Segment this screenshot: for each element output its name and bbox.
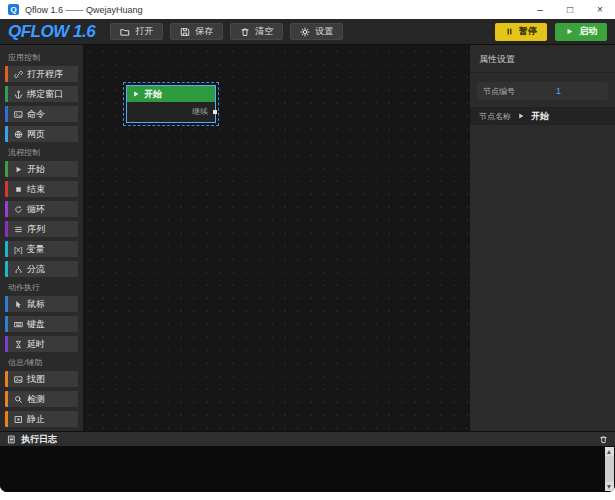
play-icon xyxy=(132,90,140,98)
qflow-logo: QFLOW 1.6 xyxy=(8,22,95,42)
pause-icon xyxy=(505,27,514,36)
save-icon xyxy=(180,27,190,37)
anchor-icon xyxy=(14,90,23,99)
sidebar-item-branch[interactable]: 分流 xyxy=(5,261,78,277)
sidebar-item-command[interactable]: 命令 xyxy=(5,106,78,122)
scroll-up-icon[interactable] xyxy=(605,447,614,456)
sidebar-item-sequence-label: 序列 xyxy=(27,223,45,236)
log-scrollbar[interactable] xyxy=(605,447,614,491)
app-logo-icon: Q xyxy=(8,4,19,15)
maximize-button[interactable]: □ xyxy=(555,0,585,19)
node-name-value[interactable]: 开始 xyxy=(531,110,549,123)
sidebar-item-still-label: 静止 xyxy=(27,413,45,426)
sidebar-item-branch-label: 分流 xyxy=(27,263,45,276)
sidebar-item-keyboard[interactable]: 键盘 xyxy=(5,316,78,332)
keyboard-icon xyxy=(14,320,23,329)
minimize-button[interactable]: – xyxy=(525,0,555,19)
flow-canvas[interactable]: 开始 继续 xyxy=(84,45,469,431)
clear-log-button[interactable] xyxy=(599,435,608,444)
sidebar-item-bind-window[interactable]: 绑定窗口 xyxy=(5,86,78,102)
section-title-action-exec: 动作执行 xyxy=(8,282,75,293)
sidebar-item-find-image-label: 找图 xyxy=(27,373,45,386)
clear-button-label: 清空 xyxy=(255,25,273,38)
terminal-icon xyxy=(14,110,23,119)
log-output-area[interactable] xyxy=(0,446,615,492)
start-node-header[interactable]: 开始 xyxy=(127,86,215,102)
sidebar-item-variable[interactable]: [x]变量 xyxy=(5,241,78,257)
sidebar-item-start[interactable]: 开始 xyxy=(5,161,78,177)
sidebar-item-delay[interactable]: 延时 xyxy=(5,336,78,352)
sidebar-item-webpage[interactable]: 网页 xyxy=(5,126,78,142)
sidebar-item-detect[interactable]: 检测 xyxy=(5,391,78,407)
log-title: 执行日志 xyxy=(21,433,57,446)
app-window: QFLOW 1.6 打开保存清空设置 暂停启动 应用控制打开程序绑定窗口命令网页… xyxy=(0,19,615,492)
properties-title: 属性设置 xyxy=(470,45,615,73)
toolbar: QFLOW 1.6 打开保存清空设置 暂停启动 xyxy=(0,19,615,45)
section-title-info-misc: 信息/辅助 xyxy=(8,357,75,368)
settings-button-label: 设置 xyxy=(315,25,333,38)
node-output-port[interactable] xyxy=(213,110,217,114)
sidebar-item-open-program-label: 打开程序 xyxy=(27,68,63,81)
save-button[interactable]: 保存 xyxy=(170,23,223,40)
sidebar-item-start-label: 开始 xyxy=(27,163,45,176)
section-title-flow-control: 流程控制 xyxy=(8,147,75,158)
sidebar-item-loop-label: 循环 xyxy=(27,203,45,216)
link-icon xyxy=(14,70,23,79)
stop-icon xyxy=(14,185,23,194)
sidebar-item-delay-label: 延时 xyxy=(27,338,45,351)
node-id-value[interactable]: 1 xyxy=(515,86,602,96)
open-folder-icon xyxy=(120,27,130,37)
list-icon xyxy=(14,225,23,234)
sidebar-item-webpage-label: 网页 xyxy=(27,128,45,141)
section-title-app-control: 应用控制 xyxy=(8,52,75,63)
node-name-row: 节点名称 开始 xyxy=(470,107,615,125)
sidebar-item-command-label: 命令 xyxy=(27,108,45,121)
sidebar-item-mouse-label: 鼠标 xyxy=(27,298,45,311)
sidebar-item-bind-window-label: 绑定窗口 xyxy=(27,88,63,101)
sidebar-item-still[interactable]: 静止 xyxy=(5,411,78,427)
pause-button[interactable]: 暂停 xyxy=(495,23,547,41)
magnifier-icon xyxy=(14,395,23,404)
window-controls: –□× xyxy=(525,0,615,19)
start-node-title: 开始 xyxy=(144,88,162,101)
start-node-body[interactable]: 继续 xyxy=(127,102,215,122)
still-icon xyxy=(14,415,23,424)
sidebar-item-sequence[interactable]: 序列 xyxy=(5,221,78,237)
log-icon xyxy=(7,435,16,444)
sidebar-item-end-label: 结束 xyxy=(27,183,45,196)
open-button[interactable]: 打开 xyxy=(110,23,163,40)
sidebar-item-end[interactable]: 结束 xyxy=(5,181,78,197)
sidebar-item-loop[interactable]: 循环 xyxy=(5,201,78,217)
titlebar: Q Qflow 1.6 —— QwejayHuang –□× xyxy=(0,0,615,19)
cursor-icon xyxy=(14,300,23,309)
loop-icon xyxy=(14,205,23,214)
window-title: Qflow 1.6 —— QwejayHuang xyxy=(25,5,143,15)
start-button[interactable]: 启动 xyxy=(555,23,607,41)
node-palette-sidebar: 应用控制打开程序绑定窗口命令网页流程控制开始结束循环序列[x]变量分流动作执行鼠… xyxy=(0,45,84,431)
web-icon xyxy=(14,130,23,139)
variable-icon: [x] xyxy=(14,245,22,254)
scroll-down-icon[interactable] xyxy=(605,482,614,491)
desktop: Q Qflow 1.6 —— QwejayHuang –□× QFLOW 1.6… xyxy=(0,0,615,500)
close-button[interactable]: × xyxy=(585,0,615,19)
start-button-label: 启动 xyxy=(579,25,597,38)
node-id-row: 节点编号 1 xyxy=(477,82,608,100)
node-port-label: 继续 xyxy=(192,102,208,122)
trash-icon xyxy=(240,27,250,37)
play-icon xyxy=(517,112,525,120)
sidebar-item-detect-label: 检测 xyxy=(27,393,45,406)
sidebar-item-find-image[interactable]: 找图 xyxy=(5,371,78,387)
clear-button[interactable]: 清空 xyxy=(230,23,283,40)
open-button-label: 打开 xyxy=(135,25,153,38)
settings-button[interactable]: 设置 xyxy=(290,23,343,40)
sidebar-item-mouse[interactable]: 鼠标 xyxy=(5,296,78,312)
start-node[interactable]: 开始 继续 xyxy=(127,86,215,122)
node-name-label: 节点名称 xyxy=(479,111,511,122)
branch-icon xyxy=(14,265,23,274)
gear-icon xyxy=(300,27,310,37)
sidebar-item-open-program[interactable]: 打开程序 xyxy=(5,66,78,82)
play-icon xyxy=(565,27,574,36)
hourglass-icon xyxy=(14,340,23,349)
log-header: 执行日志 xyxy=(0,431,615,446)
run-controls: 暂停启动 xyxy=(495,23,607,41)
